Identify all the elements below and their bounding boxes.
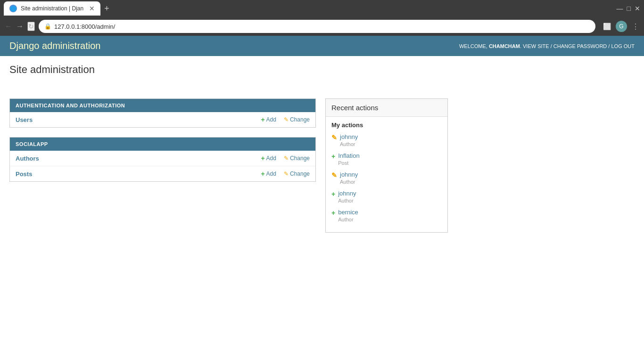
view-site-link[interactable]: VIEW SITE: [523, 43, 549, 49]
minimize-button[interactable]: —: [617, 5, 623, 12]
site-admin-header: Site administration: [0, 56, 644, 89]
welcome-prefix: WELCOME,: [459, 43, 487, 49]
username: CHAMCHAM: [489, 43, 520, 49]
action-item: + johnny Author: [331, 190, 442, 204]
action-content: johnny Author: [340, 171, 358, 185]
socialapp-section: SOCIALAPP Authors + Add ✎ Change: [9, 137, 316, 182]
pencil-icon: ✎: [284, 170, 289, 177]
add-icon: +: [331, 153, 335, 160]
my-actions-label: My actions: [331, 122, 442, 129]
users-add-label: Add: [266, 116, 276, 123]
plus-icon: +: [261, 116, 264, 123]
action-item: ✎ johnny Author: [331, 133, 442, 147]
profile-initial: G: [619, 23, 623, 30]
authors-change-link[interactable]: ✎ Change: [284, 155, 310, 162]
maximize-button[interactable]: □: [627, 5, 631, 12]
toolbar-right: ⬜ G ⋮: [603, 21, 639, 32]
authors-add-label: Add: [266, 155, 276, 162]
users-add-link[interactable]: + Add: [261, 116, 276, 123]
action-name-link[interactable]: johnny: [340, 133, 358, 140]
add-icon: +: [331, 190, 335, 198]
user-info: WELCOME, CHAMCHAM. VIEW SITE / CHANGE PA…: [459, 43, 635, 49]
posts-add-link[interactable]: + Add: [261, 170, 276, 178]
posts-row: Posts + Add ✎ Change: [10, 166, 315, 181]
action-name-link[interactable]: bernice: [338, 209, 358, 216]
recent-actions-title: Recent actions: [326, 99, 447, 117]
users-change-link[interactable]: ✎ Change: [284, 116, 310, 123]
action-content: johnny Author: [338, 190, 356, 204]
main-content: AUTHENTICATION AND AUTHORIZATION Users +…: [0, 89, 644, 242]
action-name-link[interactable]: johnny: [340, 171, 358, 178]
pencil-icon: ✎: [284, 155, 289, 162]
tab-favicon: 🌐: [9, 5, 17, 12]
posts-actions: + Add ✎ Change: [261, 170, 310, 178]
pencil-icon: ✎: [284, 116, 289, 123]
django-header: Django administration WELCOME, CHAMCHAM.…: [0, 36, 644, 56]
browser-toolbar: ← → ↻ 🔒 127.0.0.1:8000/admin/ ⬜ G ⋮: [0, 17, 644, 36]
change-password-link[interactable]: CHANGE PASSWORD: [553, 43, 607, 49]
forward-button[interactable]: →: [16, 22, 24, 31]
authors-row: Authors + Add ✎ Change: [10, 151, 315, 166]
plus-icon: +: [261, 170, 264, 178]
browser-menu-button[interactable]: ⋮: [632, 22, 639, 31]
action-name-link[interactable]: johnny: [338, 190, 356, 197]
posts-change-link[interactable]: ✎ Change: [284, 170, 310, 177]
logout-link[interactable]: LOG OUT: [611, 43, 635, 49]
posts-link[interactable]: Posts: [16, 170, 261, 178]
address-bar[interactable]: 🔒 127.0.0.1:8000/admin/: [39, 20, 595, 33]
socialapp-section-header: SOCIALAPP: [10, 138, 315, 151]
socialapp-section-body: Authors + Add ✎ Change: [10, 151, 315, 181]
posts-add-label: Add: [266, 170, 276, 177]
plus-icon: +: [261, 154, 264, 162]
users-row: Users + Add ✎ Change: [10, 112, 315, 127]
refresh-button[interactable]: ↻: [27, 22, 35, 31]
authors-change-label: Change: [290, 155, 310, 162]
recent-actions-body: My actions ✎ johnny Author + Inflation: [326, 117, 447, 232]
right-panel: Recent actions My actions ✎ johnny Autho…: [325, 98, 448, 233]
action-item: + bernice Author: [331, 209, 442, 223]
action-name-link[interactable]: Inflation: [338, 152, 360, 159]
action-content: johnny Author: [340, 133, 358, 147]
auth-section-header: AUTHENTICATION AND AUTHORIZATION: [10, 99, 315, 112]
auth-section-body: Users + Add ✎ Change: [10, 112, 315, 127]
browser-titlebar: 🌐 Site administration | Djan ✕ + — □ ✕: [0, 0, 644, 17]
posts-change-label: Change: [290, 170, 310, 177]
action-item: ✎ johnny Author: [331, 171, 442, 185]
tab-close-button[interactable]: ✕: [89, 5, 95, 12]
left-panel: AUTHENTICATION AND AUTHORIZATION Users +…: [9, 98, 316, 191]
address-text: 127.0.0.1:8000/admin/: [54, 23, 115, 30]
cast-icon: ⬜: [603, 23, 611, 30]
action-type: Author: [340, 179, 355, 185]
authors-link[interactable]: Authors: [16, 155, 261, 162]
recent-actions-box: Recent actions My actions ✎ johnny Autho…: [325, 98, 448, 233]
security-icon: 🔒: [44, 23, 51, 30]
users-link[interactable]: Users: [16, 116, 261, 123]
window-controls: — □ ✕: [617, 5, 640, 12]
action-type: Author: [340, 141, 355, 147]
page-title: Site administration: [9, 64, 635, 76]
tab-title: Site administration | Djan: [21, 5, 83, 12]
add-icon: +: [331, 209, 335, 217]
close-button[interactable]: ✕: [635, 5, 640, 12]
action-content: bernice Author: [338, 209, 358, 223]
back-button[interactable]: ←: [5, 22, 12, 31]
users-actions: + Add ✎ Change: [261, 116, 310, 123]
authors-add-link[interactable]: + Add: [261, 154, 276, 162]
browser-tab[interactable]: 🌐 Site administration | Djan ✕: [4, 1, 100, 16]
django-title: Django administration: [9, 41, 100, 51]
change-icon: ✎: [331, 134, 337, 141]
action-type: Post: [338, 160, 348, 166]
action-type: Author: [338, 198, 353, 203]
profile-icon[interactable]: G: [616, 21, 627, 32]
action-content: Inflation Post: [338, 152, 360, 166]
users-change-label: Change: [290, 116, 310, 123]
authors-actions: + Add ✎ Change: [261, 154, 310, 162]
new-tab-button[interactable]: +: [104, 4, 109, 14]
change-icon: ✎: [331, 171, 337, 179]
auth-section: AUTHENTICATION AND AUTHORIZATION Users +…: [9, 98, 316, 128]
action-type: Author: [338, 217, 353, 222]
action-item: + Inflation Post: [331, 152, 442, 166]
browser-chrome: 🌐 Site administration | Djan ✕ + — □ ✕ ←…: [0, 0, 644, 36]
page-wrapper: Site administration AUTHENTICATION AND A…: [0, 56, 644, 346]
